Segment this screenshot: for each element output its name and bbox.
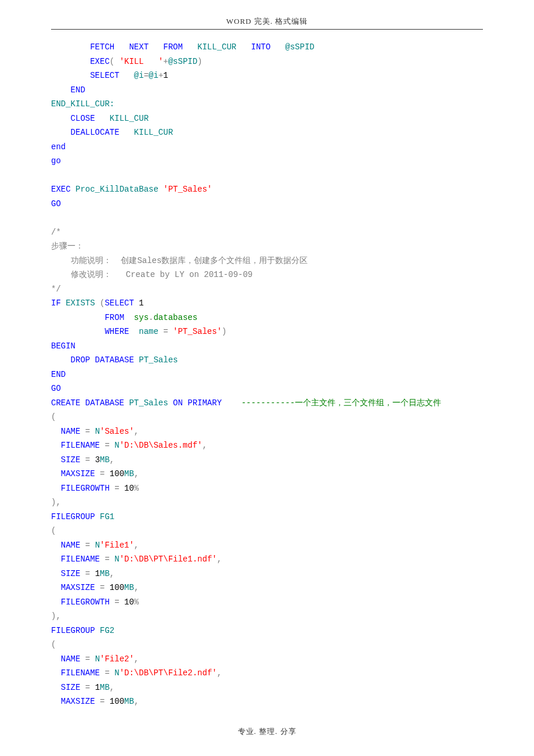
code-line: DROP DATABASE PT_Sales (51, 353, 483, 368)
code-line: /* (51, 225, 483, 240)
document-page: WORD 完美. 格式编辑 FETCH NEXT FROM KILL_CUR I… (0, 0, 534, 748)
code-line: NAME = N'Sales', (51, 424, 483, 439)
code-line: FETCH NEXT FROM KILL_CUR INTO @sSPID (51, 40, 483, 55)
code-line: CREATE DATABASE PT_Sales ON PRIMARY ----… (51, 396, 483, 411)
code-line: FILEGROWTH = 10% (51, 481, 483, 496)
code-line: */ (51, 282, 483, 297)
code-line: SIZE = 1MB, (51, 567, 483, 581)
code-line: CLOSE KILL_CUR (51, 111, 483, 126)
code-line: FILENAME = N'D:\DB\Sales.mdf', (51, 438, 483, 453)
code-line: go (51, 154, 483, 168)
code-line: END (51, 83, 483, 98)
code-line: FILEGROWTH = 10% (51, 595, 483, 610)
code-line: EXEC Proc_KillDataBase 'PT_Sales' (51, 182, 483, 197)
code-line: END (51, 368, 483, 382)
page-footer: 专业. 整理. 分享 (51, 726, 483, 737)
code-line: MAXSIZE = 100MB, (51, 581, 483, 595)
code-line: NAME = N'File1', (51, 538, 483, 553)
code-block: FETCH NEXT FROM KILL_CUR INTO @sSPID EXE… (51, 40, 483, 709)
code-line: FILEGROUP FG1 (51, 510, 483, 524)
code-line: END_KILL_CUR: (51, 97, 483, 111)
code-line: FILENAME = N'D:\DB\PT\File2.ndf', (51, 666, 483, 681)
code-line: IF EXISTS (SELECT 1 (51, 296, 483, 311)
code-line: SIZE = 1MB, (51, 681, 483, 695)
code-line: DEALLOCATE KILL_CUR (51, 125, 483, 140)
code-line: FILENAME = N'D:\DB\PT\File1.ndf', (51, 552, 483, 567)
code-line: ( (51, 638, 483, 652)
code-line: SELECT @i=@i+1 (51, 69, 483, 83)
code-line: SIZE = 3MB, (51, 453, 483, 467)
code-line (51, 168, 483, 183)
code-line: 修改说明： Create by LY on 2011-09-09 (51, 268, 483, 282)
code-line: 功能说明： 创建Sales数据库，创建多个文件组，用于数据分区 (51, 254, 483, 268)
code-line: FROM sys.databases (51, 311, 483, 325)
code-line: GO (51, 381, 483, 396)
code-line: WHERE name = 'PT_Sales') (51, 325, 483, 339)
code-line: GO (51, 197, 483, 211)
code-line: BEGIN (51, 339, 483, 354)
code-line: MAXSIZE = 100MB, (51, 694, 483, 709)
code-line: ( (51, 524, 483, 538)
page-header: WORD 完美. 格式编辑 (51, 16, 483, 30)
code-line: ( (51, 410, 483, 424)
code-line: end (51, 140, 483, 154)
code-line: FILEGROUP FG2 (51, 624, 483, 638)
code-line: EXEC( 'KILL '+@sSPID) (51, 55, 483, 69)
code-line: ), (51, 495, 483, 510)
code-line (51, 211, 483, 225)
code-line: NAME = N'File2', (51, 652, 483, 667)
code-line: ), (51, 609, 483, 624)
code-line: 步骤一： (51, 239, 483, 254)
code-line: MAXSIZE = 100MB, (51, 467, 483, 481)
